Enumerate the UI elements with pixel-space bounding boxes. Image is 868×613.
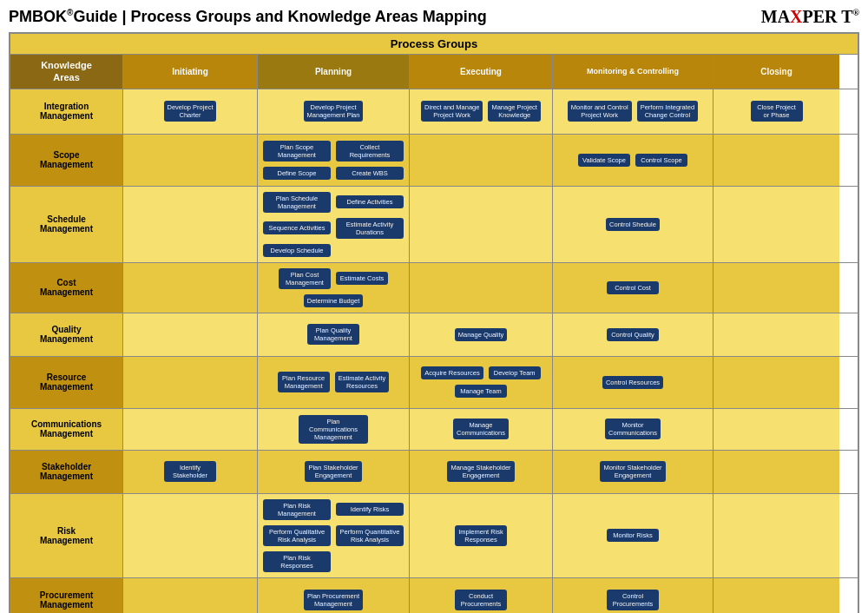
process-button[interactable]: Define Scope [263,167,331,180]
process-button[interactable]: Estimate ActivityResources [335,372,390,392]
closing-cell [713,409,839,450]
planning-cell: Plan ScheduleManagementDefine Activities… [258,187,410,262]
process-button[interactable]: Validate Scope [578,154,630,167]
initiating-cell [123,409,258,450]
process-button[interactable]: Close Projector Phase [751,101,803,122]
process-button[interactable]: Plan CommunicationsManagement [299,415,368,444]
knowledge-area-cell: ScheduleManagement [10,187,123,262]
table-row: ResourceManagementPlan ResourceManagemen… [10,357,858,409]
initiating-cell [123,357,258,408]
process-button[interactable]: Direct and ManageProject Work [421,101,483,122]
process-button[interactable]: Perform QualitativeRisk Analysis [263,525,331,546]
executing-cell [410,135,553,186]
executing-cell: Manage StakeholderEngagement [410,451,553,493]
process-button[interactable]: Acquire Resources [421,366,483,379]
table-row: RiskManagementPlan RiskManagementIdentif… [10,494,858,578]
logo: MAXPER T® [761,7,859,27]
process-button[interactable]: Plan QualityManagement [307,324,359,345]
column-headers: KnowledgeAreas Initiating Planning Execu… [10,55,858,89]
planning-cell: Plan RiskManagementIdentify RisksPerform… [258,494,410,577]
process-button[interactable]: Develop Schedule [263,244,331,257]
closing-cell [713,357,839,408]
executing-cell [410,263,553,313]
process-button[interactable]: Monitor and ControlProject Work [568,101,632,122]
knowledge-area-cell: ScopeManagement [10,135,123,186]
table-row: CostManagementPlan CostManagementEstimat… [10,263,858,313]
process-button[interactable]: ConductProcurements [455,590,507,610]
process-button[interactable]: Determine Budget [304,294,363,307]
process-button[interactable]: Estimate ActivityDurations [336,218,404,239]
process-button[interactable]: Control Resources [602,376,663,389]
executing-cell: ManageCommunications [410,409,553,450]
knowledge-area-cell: CostManagement [10,263,123,313]
executing-cell: Acquire ResourcesDevelop TeamManage Team [410,357,553,408]
header: PMBOK®Guide | Process Groups and Knowled… [9,7,859,27]
process-button[interactable]: ManageCommunications [453,419,509,439]
process-button[interactable]: Manage Quality [455,328,508,341]
process-button[interactable]: Monitor StakeholderEngagement [600,461,665,482]
process-button[interactable]: Define Activities [336,195,404,208]
process-button[interactable]: Sequence Activities [263,221,331,234]
initiating-cell [123,313,258,356]
table-row: ProcurementManagementPlan ProcurementMan… [10,578,858,613]
initiating-cell [123,187,258,262]
process-button[interactable]: Manage ProjectKnowledge [488,101,541,122]
planning-cell: Plan ResourceManagementEstimate Activity… [258,357,410,408]
knowledge-area-cell: IntegrationManagement [10,89,123,134]
monitoring-cell: Validate ScopeControl Scope [553,135,713,186]
planning-cell: Plan CommunicationsManagement [258,409,410,450]
process-button[interactable]: Estimate Costs [336,272,388,285]
process-button[interactable]: Plan ResourceManagement [278,372,330,392]
process-button[interactable]: Create WBS [336,167,404,180]
process-button[interactable]: Perform QuantitativeRisk Analysis [336,525,404,546]
process-button[interactable]: Develop Team [489,366,541,379]
initiating-cell: Develop ProjectCharter [123,89,258,134]
process-button[interactable]: Plan ScheduleManagement [263,192,331,213]
process-button[interactable]: MonitorCommunications [605,419,661,439]
col-monitoring: Monitoring & Controlling [553,55,713,89]
col-planning: Planning [258,55,410,89]
knowledge-area-cell: RiskManagement [10,494,123,577]
page: PMBOK®Guide | Process Groups and Knowled… [0,0,868,613]
closing-cell [713,187,839,262]
process-button[interactable]: Manage Team [455,385,507,398]
process-button[interactable]: Perform IntegratedChange Control [637,101,699,122]
table-row: CommunicationsManagementPlan Communicati… [10,409,858,451]
planning-cell: Plan StakeholderEngagement [258,451,410,493]
monitoring-cell: Control Resources [553,357,713,408]
process-button[interactable]: Control Quality [607,328,659,341]
process-button[interactable]: Implement RiskResponses [455,525,507,546]
process-button[interactable]: CollectRequirements [336,141,404,161]
process-button[interactable]: Monitor Risks [607,529,659,542]
process-button[interactable]: IdentifyStakeholder [164,461,216,482]
process-button[interactable]: Plan CostManagement [279,268,331,289]
process-button[interactable]: Plan ScopeManagement [263,141,331,161]
table-body: IntegrationManagementDevelop ProjectChar… [10,89,858,613]
process-button[interactable]: Plan StakeholderEngagement [305,461,361,482]
process-button[interactable]: Control Cost [607,281,659,294]
initiating-cell: IdentifyStakeholder [123,451,258,493]
process-button[interactable]: Control Scope [635,154,687,167]
col-knowledge: KnowledgeAreas [10,55,123,89]
process-button[interactable]: Manage StakeholderEngagement [447,461,514,482]
closing-cell [713,135,839,186]
col-executing: Executing [410,55,553,89]
closing-cell [713,263,839,313]
executing-cell: Manage Quality [410,313,553,356]
monitoring-cell: Monitor and ControlProject WorkPerform I… [553,89,713,134]
process-button[interactable]: Plan ProcurementManagement [304,590,363,610]
monitoring-cell: Monitor StakeholderEngagement [553,451,713,493]
process-button[interactable]: Plan RiskManagement [263,499,331,520]
closing-cell [713,451,839,493]
process-button[interactable]: Identify Risks [336,503,404,516]
knowledge-area-cell: ResourceManagement [10,357,123,408]
knowledge-area-cell: QualityManagement [10,313,123,356]
monitoring-cell: ControlProcurements [553,578,713,613]
process-button[interactable]: Plan RiskResponses [263,551,331,572]
process-button[interactable]: Develop ProjectManagement Plan [304,101,364,122]
process-button[interactable]: Develop ProjectCharter [164,101,217,122]
executing-cell: ConductProcurements [410,578,553,613]
process-button[interactable]: Control Shedule [606,218,660,231]
table-row: ScheduleManagementPlan ScheduleManagemen… [10,187,858,263]
process-button[interactable]: ControlProcurements [607,590,659,610]
